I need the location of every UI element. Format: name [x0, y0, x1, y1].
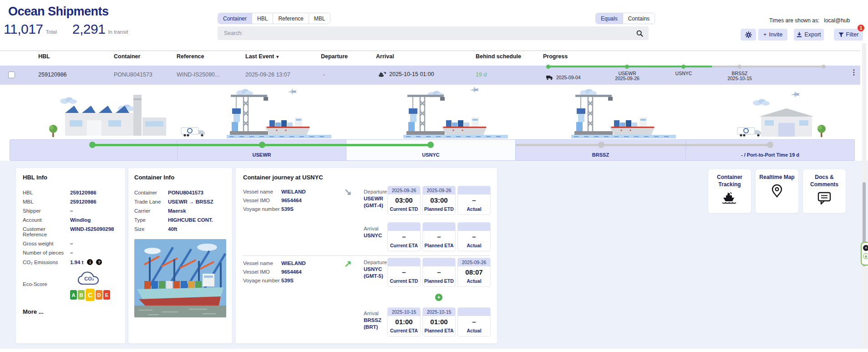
leg1-arr-planned-eta: –Planned ETA	[422, 222, 456, 251]
leg1-dep-current-etd: 2025-09-2603:00Current ETD	[387, 186, 421, 215]
col-header-last-event[interactable]: Last Event▼	[245, 53, 279, 60]
journey-title: Container journey at USNYC	[243, 174, 323, 181]
shipment-stats: 11,017 Total 2,291 In transit	[4, 21, 141, 37]
widget-e-icon[interactable]: e	[863, 253, 868, 259]
gear-icon	[745, 31, 752, 38]
col-header-container[interactable]: Container	[114, 53, 140, 60]
col-header-arrival[interactable]: Arrival	[376, 53, 394, 60]
download-icon	[797, 32, 802, 37]
times-value[interactable]: local@hub	[824, 17, 850, 24]
leg1-arr-actual: –Actual	[457, 222, 491, 251]
truck-icon	[546, 75, 553, 80]
in-transit-label: In transit	[108, 29, 128, 35]
col-header-reference[interactable]: Reference	[177, 53, 204, 60]
plus-icon: +	[763, 31, 766, 38]
progress-node-usewr	[625, 65, 629, 69]
row-menu-kebab[interactable]: ⋮	[850, 70, 858, 75]
add-event-button[interactable]: +	[435, 294, 442, 301]
timeline-node-usewr	[259, 142, 265, 148]
tab-mbl[interactable]: MBL	[309, 13, 330, 24]
row-checkbox[interactable]	[8, 71, 15, 78]
settings-button[interactable]	[741, 29, 756, 41]
invite-button[interactable]: + Invite	[758, 29, 787, 41]
journey-timeline-bar: USEWR USNYC BRSSZ - / Port-to-Port Time …	[10, 139, 855, 161]
col-header-behind-schedule[interactable]: Behind schedule	[476, 53, 521, 60]
leg2-dep-current-etd: –Current ETD	[387, 258, 421, 287]
eco-grade-a: A	[70, 290, 77, 300]
info-row-co2: CO₂ Emissions 1.94 t i ?	[23, 259, 118, 265]
table-top-border	[0, 51, 860, 51]
realtime-map-card[interactable]: Realtime Map	[756, 169, 798, 213]
floating-widget: ✕ e	[861, 242, 868, 265]
co2-help-icon[interactable]: ?	[96, 259, 102, 265]
eco-grade-b: B	[78, 290, 85, 300]
container-ship-photo	[134, 239, 226, 317]
info-row-hbl: HBL259120986	[23, 190, 118, 195]
ship-icon	[721, 188, 738, 206]
search-icon[interactable]	[636, 30, 643, 37]
progress-node-usnyc	[681, 65, 685, 69]
progress-line-done	[548, 66, 712, 67]
in-transit-count: 2,291	[72, 21, 106, 37]
search-input[interactable]	[218, 30, 636, 36]
leg1-dep-actual: –Actual	[457, 186, 491, 215]
col-header-hbl[interactable]: HBL	[38, 53, 50, 60]
times-label: Times are shown as:	[769, 17, 819, 24]
comment-bubble-icon	[817, 188, 832, 207]
leg2-dep-actual: 2025-09-2608:07Actual	[457, 258, 491, 287]
tab-hbl[interactable]: HBL	[252, 13, 273, 24]
widget-close-icon[interactable]: ✕	[863, 245, 868, 251]
toggle-equals[interactable]: Equals	[596, 13, 623, 24]
more-link[interactable]: More ...	[23, 308, 118, 315]
timeline-node-destination	[767, 142, 773, 148]
vessel-arrival-icon	[378, 71, 386, 77]
info-row-container: ContainerPONU8041573	[134, 190, 226, 195]
progress-line-remaining	[712, 66, 824, 67]
timeline-node-usnyc	[427, 142, 434, 148]
leg2-arr-actual: –Actual	[457, 307, 491, 337]
times-shown-as: Times are shown as: local@hub	[769, 17, 850, 24]
info-row-trade-lane: Trade LaneUSEWR → BRSSZ	[134, 199, 226, 204]
eco-grade-e: E	[103, 290, 110, 300]
eco-grade-c-active: C	[86, 289, 95, 301]
row-reference: WIND-IS25090...	[177, 71, 219, 78]
col-header-progress[interactable]: Progress	[543, 53, 568, 60]
timeline-line-remaining	[516, 144, 770, 146]
info-row-eco-score: Eco-Score CO₂ A B C D E	[23, 270, 118, 301]
svg-text:CO₂: CO₂	[84, 276, 94, 281]
timeline-node-origin	[89, 142, 96, 148]
leg2-arr-planned-eta: 2025-10-1501:00Planned ETA	[422, 307, 456, 337]
page-title: Ocean Shipments	[8, 5, 109, 19]
info-row-type: TypeHIGHCUBE CONT.	[134, 217, 226, 223]
row-last-event: 2025-09-26 13:07	[245, 71, 290, 78]
leg2-dep-planned-etd: –Planned ETD	[422, 258, 456, 287]
info-row-size: Size40ft	[134, 226, 226, 232]
eco-grade-d: D	[96, 290, 102, 300]
info-row-mbl: MBL259120986	[23, 199, 118, 204]
info-row-customer-reference: Customer ReferenceWIND-IS25090298	[23, 226, 118, 237]
docs-comments-card[interactable]: Docs & Comments	[803, 169, 846, 213]
leg2-arr-current-eta: 2025-10-1501:00Current ETA	[387, 307, 421, 337]
container-tracking-card[interactable]: Container Tracking	[708, 169, 751, 213]
stop2-code: USNYC	[663, 71, 704, 76]
export-button[interactable]: Export	[794, 29, 824, 41]
leg1-dep-planned-etd: 2025-09-2603:00Planned ETD	[422, 186, 456, 215]
origin-pickup: 2025-09-04	[546, 75, 581, 80]
filter-count-badge: 1	[858, 25, 864, 31]
info-row-gross-weight: Gross weight–	[23, 241, 118, 246]
leg1-arr-current-eta: –Current ETA	[387, 222, 421, 251]
timeline-node-brssz	[598, 142, 604, 148]
info-row-pieces: Number of pieces–	[23, 250, 118, 255]
co2-info-icon[interactable]: i	[87, 259, 93, 265]
search-type-tabs: Container HBL Reference MBL	[218, 13, 330, 24]
total-count: 11,017	[4, 21, 43, 37]
outbound-arrow-icon: ↗	[344, 259, 352, 268]
toggle-contains[interactable]: Contains	[623, 13, 655, 24]
location-pin-icon	[770, 181, 784, 200]
total-label: Total	[46, 29, 57, 35]
progress-node-destination	[822, 65, 826, 69]
tab-reference[interactable]: Reference	[273, 13, 309, 24]
tab-container[interactable]: Container	[218, 13, 252, 24]
col-header-departure[interactable]: Departure	[321, 53, 348, 60]
info-row-carrier: CarrierMaersk	[134, 208, 226, 214]
